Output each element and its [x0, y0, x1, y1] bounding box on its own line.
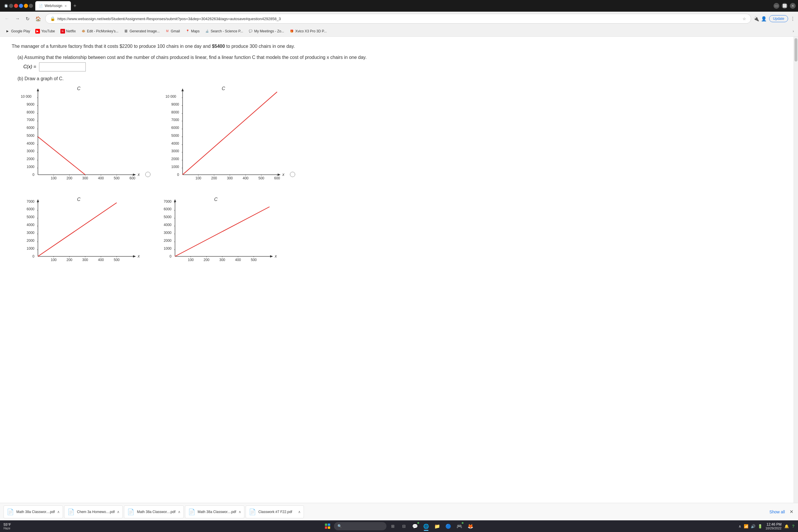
svg-text:C: C	[222, 86, 225, 91]
widgets-btn[interactable]: ⊟	[399, 521, 408, 531]
graph4-container: C 0 1000 2000 3000 4000 5000 6000 7000	[155, 195, 280, 259]
graph4-wrapper: C 0 1000 2000 3000 4000 5000 6000 7000	[155, 195, 280, 259]
tray-overflow-icon[interactable]: ∧	[738, 524, 742, 529]
download-chevron-5[interactable]: ∧	[298, 510, 301, 514]
scrollbar-thumb[interactable]	[795, 38, 797, 61]
bookmark-gmail[interactable]: M Gmail	[163, 28, 182, 34]
svg-text:8000: 8000	[26, 110, 34, 114]
svg-text:4000: 4000	[171, 141, 179, 146]
download-chevron-1[interactable]: ∧	[57, 510, 60, 514]
bookmark-netflix[interactable]: N Netflix	[58, 28, 78, 34]
update-btn[interactable]: Update	[769, 15, 788, 22]
svg-text:400: 400	[235, 258, 241, 262]
svg-text:3000: 3000	[171, 149, 179, 153]
app-btn[interactable]: 🦊	[466, 521, 475, 531]
svg-text:9000: 9000	[26, 102, 34, 107]
cx-input-field[interactable]	[39, 62, 86, 72]
address-bar[interactable]: 🔒 https://www.webassign.net/web/Student/…	[45, 14, 751, 24]
bookmark-google-play[interactable]: ▶ Google Play	[3, 28, 32, 34]
graphs-top-row: C x 0 1000 2000 3000 4000	[18, 84, 780, 189]
download-item-1[interactable]: 📄 Math 38a Classwor....pdf ∧	[3, 506, 63, 518]
bookmark-label: My Meetings - Zo...	[254, 29, 284, 33]
minimize-btn[interactable]: —	[774, 3, 779, 9]
discord-notification	[462, 522, 463, 524]
bookmark-picmonkey[interactable]: 🐵 Edit - PicMonkey's...	[79, 28, 121, 34]
pdf-icon-3: 📄	[127, 508, 134, 515]
svg-text:0: 0	[32, 173, 34, 177]
weather-info[interactable]: 55°F Haze	[3, 522, 11, 530]
extensions-icon[interactable]: 🔌	[753, 16, 759, 22]
graphs-bottom-row: C 0 1000 2000 3000 4000 5000 6000 7000	[18, 195, 780, 259]
home-btn[interactable]: 🏠	[34, 15, 43, 23]
teams-btn[interactable]: 💬	[411, 521, 420, 531]
forward-btn[interactable]: →	[14, 15, 22, 22]
svg-line-78	[183, 92, 277, 175]
back-btn[interactable]: ←	[3, 15, 11, 22]
start-button[interactable]	[323, 521, 332, 531]
profile-icon[interactable]: 👤	[761, 16, 767, 22]
svg-text:6000: 6000	[26, 126, 34, 130]
bookmark-star-icon[interactable]: ☆	[743, 17, 746, 21]
clock-area[interactable]: 12:46 PM 10/29/2022	[765, 522, 781, 530]
page-scrollbar[interactable]	[793, 37, 798, 503]
youtube-icon: ▶	[35, 29, 40, 34]
download-chevron-3[interactable]: ∧	[178, 510, 180, 514]
network-icon[interactable]: 📶	[743, 524, 749, 529]
menu-btn[interactable]: ⋮	[791, 16, 795, 22]
download-name-4: Math 38a Classwor....pdf	[198, 510, 236, 514]
download-item-4[interactable]: 📄 Math 38a Classwor....pdf ∧	[185, 506, 244, 518]
close-downloads-btn[interactable]: ✕	[788, 508, 795, 516]
graph1-radio[interactable]	[145, 172, 151, 177]
download-chevron-2[interactable]: ∧	[117, 510, 119, 514]
download-item-2[interactable]: 📄 Chem 3a Homewo....pdf ∧	[64, 506, 123, 518]
refresh-btn[interactable]: ↻	[24, 15, 31, 23]
battery-icon[interactable]: 🔋	[757, 524, 763, 529]
download-chevron-4[interactable]: ∧	[239, 510, 241, 514]
notification-center-icon[interactable]: 🔔	[784, 524, 790, 529]
bookmark-xvico[interactable]: 🎁 Xvico X3 Pro 3D P...	[287, 28, 329, 34]
bold-value: $5400	[212, 44, 225, 49]
svg-text:0: 0	[169, 254, 171, 259]
active-tab[interactable]: 📄 WebAssign ✕	[35, 1, 71, 11]
svg-text:7000: 7000	[171, 118, 179, 122]
bookmark-label: Maps	[191, 29, 200, 33]
graph2-radio[interactable]	[290, 172, 295, 177]
svg-text:200: 200	[66, 258, 72, 262]
bookmark-maps[interactable]: 📍 Maps	[183, 28, 202, 34]
help-icon[interactable]: ?	[792, 524, 795, 529]
tab-close-btn[interactable]: ✕	[64, 4, 68, 7]
bookmark-zoom[interactable]: 💬 My Meetings - Zo...	[246, 28, 286, 34]
svg-marker-2	[37, 88, 39, 91]
download-name-1: Math 38a Classwor....pdf	[16, 510, 55, 514]
close-btn[interactable]: ✕	[790, 3, 796, 9]
new-tab-btn[interactable]: +	[72, 3, 78, 9]
svg-text:6000: 6000	[26, 207, 34, 211]
download-item-3[interactable]: 📄 Math 38a Classwor....pdf ∧	[124, 506, 184, 518]
edge-btn[interactable]: 🌐	[421, 521, 431, 531]
discord-btn[interactable]: 🎮	[455, 521, 464, 531]
nav-bar: ← → ↻ 🏠 🔒 https://www.webassign.net/web/…	[0, 12, 798, 26]
svg-text:5000: 5000	[26, 215, 34, 219]
svg-marker-114	[174, 199, 176, 202]
bookmark-youtube[interactable]: ▶ YouTube	[33, 28, 57, 34]
volume-icon[interactable]: 🔊	[750, 524, 756, 529]
taskbar-search[interactable]: 🔍	[334, 522, 386, 530]
show-all-btn[interactable]: Show all	[767, 508, 787, 515]
taskview-btn[interactable]: ⊞	[388, 521, 398, 531]
bookmark-science[interactable]: 🔬 Search - Science P...	[203, 28, 245, 34]
svg-text:500: 500	[114, 176, 119, 180]
svg-line-110	[38, 203, 117, 256]
svg-text:4000: 4000	[164, 223, 171, 227]
explorer-btn[interactable]: 📁	[433, 521, 442, 531]
maximize-btn[interactable]: ⬜	[782, 3, 787, 9]
svg-text:100: 100	[51, 176, 57, 180]
ssl-icon: 🔒	[50, 16, 55, 21]
problem-text: The manager of a furniture factory finds…	[12, 43, 786, 50]
download-item-5[interactable]: 📄 Classwork #7 F22.pdf ∧	[246, 506, 304, 518]
bookmark-generated-image[interactable]: 🖼 Generated Image...	[121, 28, 162, 34]
chrome-btn[interactable]: 🔵	[444, 521, 453, 531]
svg-text:x: x	[137, 254, 140, 259]
bookmarks-more-btn[interactable]: ›	[792, 28, 795, 34]
svg-text:0: 0	[32, 254, 34, 259]
pdf-icon-4: 📄	[188, 508, 195, 515]
